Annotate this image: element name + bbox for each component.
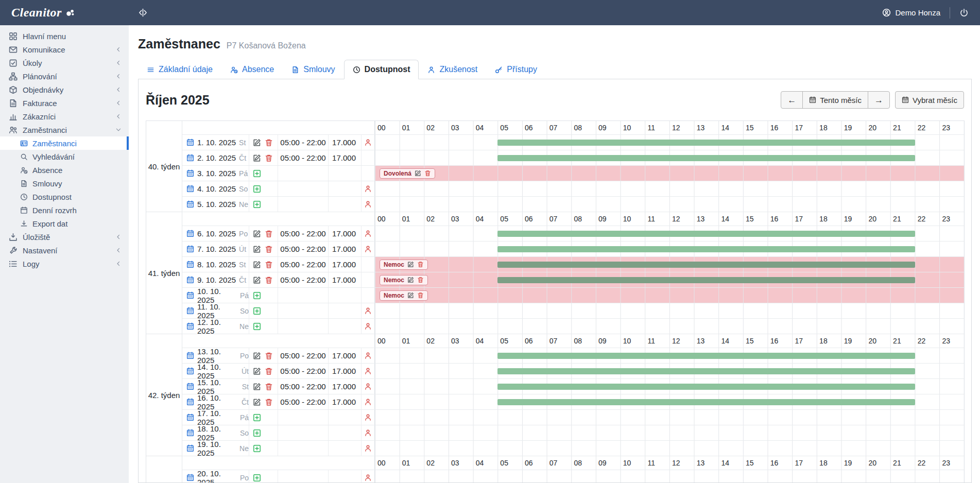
logout-button[interactable] bbox=[959, 8, 969, 18]
sidebar-subitem-export-dat[interactable]: Export dat bbox=[0, 217, 129, 230]
sidebar-item-nastaveni[interactable]: Nastavení bbox=[0, 244, 129, 257]
calendar-icon[interactable] bbox=[186, 291, 194, 299]
sidebar-subitem-denni-rozvrh[interactable]: Denní rozvrh bbox=[0, 203, 129, 217]
add-availability-button[interactable] bbox=[253, 291, 261, 300]
sidebar-item-uloziste[interactable]: Úložiště bbox=[0, 230, 129, 244]
sidebar-item-fakturace[interactable]: Fakturace bbox=[0, 96, 129, 110]
delete-availability-button[interactable] bbox=[265, 261, 273, 269]
calendar-icon[interactable] bbox=[186, 413, 194, 421]
sidebar-item-zamestnanci[interactable]: Zaměstnanci bbox=[0, 123, 129, 136]
absence-edit-button[interactable] bbox=[407, 261, 414, 268]
edit-availability-button[interactable] bbox=[253, 367, 261, 375]
absence-delete-button[interactable] bbox=[417, 292, 424, 299]
absence-edit-button[interactable] bbox=[407, 292, 414, 299]
calendar-icon[interactable] bbox=[186, 245, 194, 253]
sidebar-subitem-smlouvy[interactable]: Smlouvy bbox=[0, 177, 129, 190]
week-rows: 0001020304050607080910111213141516171819… bbox=[182, 121, 964, 212]
add-availability-button[interactable] bbox=[253, 444, 261, 453]
delete-availability-button[interactable] bbox=[265, 398, 273, 406]
edit-availability-button[interactable] bbox=[253, 230, 261, 238]
trash-icon bbox=[265, 398, 273, 406]
calendar-icon[interactable] bbox=[186, 444, 194, 452]
sidebar-item-planovani[interactable]: Plánování bbox=[0, 70, 129, 83]
edit-availability-button[interactable] bbox=[253, 154, 261, 162]
sidebar-item-logy[interactable]: Logy bbox=[0, 257, 129, 270]
tab-pristupy[interactable]: Přístupy bbox=[486, 60, 546, 79]
add-availability-button[interactable] bbox=[253, 200, 261, 209]
calendar-icon[interactable] bbox=[186, 367, 194, 375]
add-availability-button[interactable] bbox=[253, 474, 261, 482]
calendar-icon[interactable] bbox=[186, 383, 194, 390]
absence-delete-button[interactable] bbox=[417, 277, 424, 283]
add-availability-button[interactable] bbox=[253, 169, 261, 178]
calendar-icon[interactable] bbox=[186, 185, 194, 193]
sidebar-item-zakaznici[interactable]: Zákazníci bbox=[0, 110, 129, 123]
add-availability-button[interactable] bbox=[253, 322, 261, 331]
edit-availability-button[interactable] bbox=[253, 383, 261, 391]
sidebar-item-ukoly[interactable]: Úkoly bbox=[0, 56, 129, 70]
delete-availability-button[interactable] bbox=[265, 367, 273, 375]
sidebar-item-label: Komunikace bbox=[23, 45, 65, 54]
add-availability-button[interactable] bbox=[253, 413, 261, 422]
hour-label: 10 bbox=[621, 334, 645, 348]
add-availability-button[interactable] bbox=[253, 185, 261, 193]
calendar-icon[interactable] bbox=[186, 261, 194, 268]
add-availability-button[interactable] bbox=[253, 307, 261, 315]
sidebar-subitem-dostupnost[interactable]: Dostupnost bbox=[0, 190, 129, 203]
delete-availability-button[interactable] bbox=[265, 139, 273, 147]
tab-zkusenost[interactable]: Zkušenost bbox=[419, 60, 486, 79]
delete-availability-button[interactable] bbox=[265, 245, 273, 253]
delete-availability-button[interactable] bbox=[265, 230, 273, 238]
calendar-icon[interactable] bbox=[186, 200, 194, 208]
calendar-icon[interactable] bbox=[186, 276, 194, 284]
tab-dostupnost[interactable]: Dostupnost bbox=[344, 60, 419, 79]
calendar-icon[interactable] bbox=[186, 352, 194, 359]
absence-edit-button[interactable] bbox=[415, 170, 421, 177]
next-month-button[interactable]: → bbox=[868, 91, 890, 109]
absence-edit-button[interactable] bbox=[407, 277, 414, 283]
edit-availability-button[interactable] bbox=[253, 139, 261, 147]
edit-availability-button[interactable] bbox=[253, 261, 261, 269]
sidebar-item-hlavni-menu[interactable]: Hlavní menu bbox=[0, 29, 129, 43]
calendar-icon[interactable] bbox=[186, 230, 194, 237]
delete-availability-button[interactable] bbox=[265, 383, 273, 391]
prev-month-button[interactable]: ← bbox=[781, 91, 803, 109]
time-range: 05:00 - 22:00 bbox=[278, 150, 329, 165]
calendar-icon[interactable] bbox=[186, 154, 194, 162]
add-availability-button[interactable] bbox=[253, 429, 261, 437]
sidebar-subitem-zamestnanci[interactable]: Zaměstnanci bbox=[0, 136, 129, 150]
calendar-icon[interactable] bbox=[186, 398, 194, 406]
tab-zakladni-udaje[interactable]: Základní údaje bbox=[138, 60, 221, 79]
calendar-icon[interactable] bbox=[186, 322, 194, 330]
timeline-cell: Nemoc bbox=[375, 257, 964, 272]
sidebar-subitem-vyhledavani[interactable]: Vyhledávání bbox=[0, 150, 129, 163]
sidebar-toggle-button[interactable] bbox=[138, 8, 148, 18]
edit-availability-button[interactable] bbox=[253, 352, 261, 360]
hour-scale: 0001020304050607080910111213141516171819… bbox=[375, 456, 964, 470]
pick-month-button[interactable]: Vybrat měsíc bbox=[895, 91, 964, 109]
edit-icon bbox=[253, 367, 261, 375]
sidebar-item-objednavky[interactable]: Objednávky bbox=[0, 83, 129, 96]
delete-availability-button[interactable] bbox=[265, 154, 273, 162]
calendar-icon[interactable] bbox=[186, 307, 194, 315]
tab-smlouvy[interactable]: Smlouvy bbox=[283, 60, 343, 79]
sidebar-subitem-absence[interactable]: Absence bbox=[0, 163, 129, 177]
sidebar-item-komunikace[interactable]: Komunikace bbox=[0, 43, 129, 56]
edit-availability-button[interactable] bbox=[253, 398, 261, 406]
calendar-icon[interactable] bbox=[186, 474, 194, 481]
hour-label: 01 bbox=[400, 212, 424, 226]
absence-delete-button[interactable] bbox=[417, 261, 424, 268]
user-menu[interactable]: Demo Honza bbox=[882, 8, 940, 17]
edit-availability-button[interactable] bbox=[253, 245, 261, 253]
delete-availability-button[interactable] bbox=[265, 352, 273, 360]
brand-logo[interactable]: Cleanitor bbox=[0, 0, 129, 25]
calendar-icon[interactable] bbox=[186, 139, 194, 146]
calendar-icon[interactable] bbox=[186, 169, 194, 177]
delete-availability-button[interactable] bbox=[265, 276, 273, 284]
absence-delete-button[interactable] bbox=[424, 170, 431, 177]
tab-absence[interactable]: Absence bbox=[221, 60, 283, 79]
edit-availability-button[interactable] bbox=[253, 276, 261, 284]
calendar-icon[interactable] bbox=[186, 429, 194, 437]
person-cell bbox=[362, 166, 375, 181]
this-month-button[interactable]: Tento měsíc bbox=[802, 91, 868, 109]
